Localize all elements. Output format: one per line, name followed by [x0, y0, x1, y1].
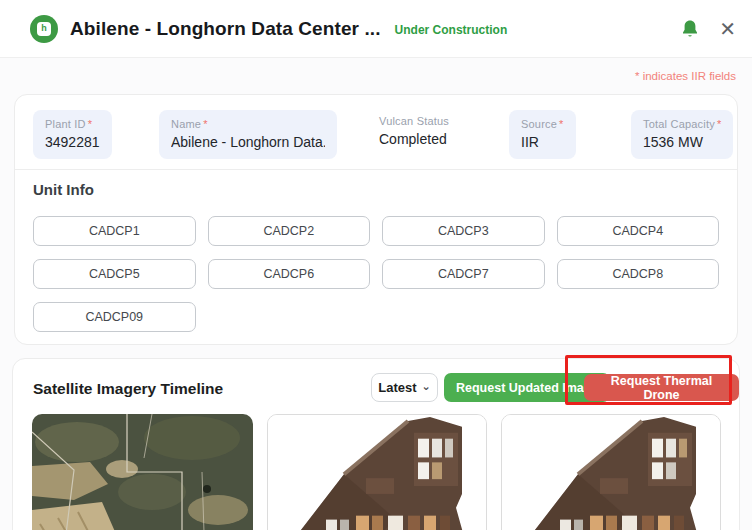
latest-filter-dropdown[interactable]: Latest ⌄: [371, 373, 438, 402]
modal-header: h Abilene - Longhorn Data Center ... Und…: [0, 0, 752, 58]
request-thermal-drone-button[interactable]: Request Thermal Drone: [584, 374, 739, 401]
status-badge: Under Construction: [395, 23, 508, 37]
unit-button-cadcp4[interactable]: CADCP4: [557, 216, 720, 246]
logo-glyph: h: [37, 22, 51, 36]
logo-icon: h: [30, 15, 58, 43]
satellite-image-datacenter-1[interactable]: [267, 414, 487, 530]
required-asterisk: *: [88, 118, 92, 130]
close-icon[interactable]: ✕: [719, 19, 736, 39]
required-asterisk: *: [717, 118, 721, 130]
plant-id-field[interactable]: Plant ID* 3492281: [33, 110, 112, 159]
bell-icon[interactable]: [681, 19, 699, 39]
satellite-image-farmland[interactable]: [32, 414, 253, 530]
required-asterisk: *: [203, 118, 207, 130]
plant-id-label: Plant ID: [45, 118, 86, 130]
unit-button-cadcp1[interactable]: CADCP1: [33, 216, 196, 246]
plant-details-card: Plant ID* 3492281 Name* Abilene - Longho…: [14, 94, 738, 345]
vulcan-status-label: Vulcan Status: [379, 115, 449, 127]
latest-filter-value: Latest: [378, 380, 416, 395]
satellite-timeline-card: Satellite Imagery Timeline Latest ⌄ Requ…: [12, 358, 740, 530]
source-value: IIR: [521, 134, 564, 150]
unit-button-cadcp7[interactable]: CADCP7: [382, 259, 545, 289]
vulcan-status-value: Completed: [379, 131, 449, 147]
divider: [15, 169, 737, 170]
unit-grid: CADCP1 CADCP2 CADCP3 CADCP4 CADCP5 CADCP…: [33, 216, 719, 332]
name-label: Name: [171, 118, 201, 130]
page-title: Abilene - Longhorn Data Center ...: [70, 18, 381, 40]
unit-button-cadcp5[interactable]: CADCP5: [33, 259, 196, 289]
unit-button-cadcp6[interactable]: CADCP6: [208, 259, 371, 289]
total-capacity-value: 1536 MW: [643, 134, 721, 150]
name-field[interactable]: Name* Abilene - Longhorn Data...: [159, 110, 337, 159]
unit-button-cadcp2[interactable]: CADCP2: [208, 216, 371, 246]
satellite-image-datacenter-2[interactable]: [501, 414, 721, 530]
source-label: Source: [521, 118, 557, 130]
source-field[interactable]: Source* IIR: [509, 110, 576, 159]
iir-note: * indicates IIR fields: [635, 70, 736, 82]
plant-id-value: 3492281: [45, 134, 100, 150]
unit-button-cadcp09[interactable]: CADCP09: [33, 302, 196, 332]
total-capacity-field[interactable]: Total Capacity* 1536 MW: [631, 110, 733, 159]
unit-button-cadcp8[interactable]: CADCP8: [557, 259, 720, 289]
satellite-timeline-heading: Satellite Imagery Timeline: [33, 380, 223, 398]
vulcan-status-field: Vulcan Status Completed: [379, 115, 449, 147]
unit-info-heading: Unit Info: [33, 181, 94, 198]
required-asterisk: *: [559, 118, 563, 130]
total-capacity-label: Total Capacity: [643, 118, 715, 130]
unit-button-cadcp3[interactable]: CADCP3: [382, 216, 545, 246]
name-value: Abilene - Longhorn Data...: [171, 134, 325, 150]
chevron-down-icon: ⌄: [422, 380, 431, 393]
